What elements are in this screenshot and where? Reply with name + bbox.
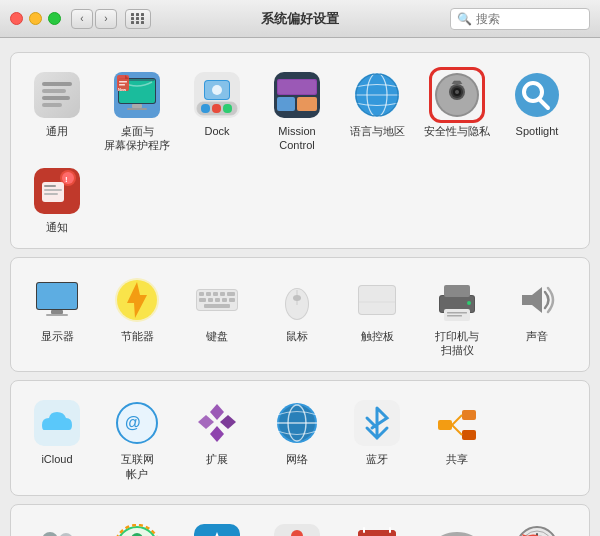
pref-item-trackpad[interactable]: 触控板 [337,268,417,364]
svg-point-82 [467,301,471,305]
back-button[interactable]: ‹ [71,9,93,29]
svg-rect-4 [42,103,62,107]
pref-item-sharing[interactable]: 共享 [417,391,497,487]
svg-rect-93 [438,420,452,430]
pref-item-mission[interactable]: Mission Control [257,63,337,159]
mission-icon [274,72,320,118]
pref-item-network[interactable]: 网络 [257,391,337,487]
pref-item-parental[interactable]: 家长控制 [97,515,177,536]
minimize-button[interactable] [29,12,42,25]
icon-wrap-spotlight [511,69,563,121]
svg-rect-1 [42,82,72,86]
svg-rect-95 [462,430,476,440]
internet-icon: @ [114,400,160,446]
pref-item-timemachine[interactable]: Time Machine [497,515,577,536]
icon-wrap-display [31,274,83,326]
svg-point-39 [515,73,559,117]
general-icon [34,72,80,118]
pref-item-language[interactable]: 语言与地区 [337,63,417,159]
timemachine-icon [514,524,560,536]
svg-rect-25 [277,97,295,111]
main-content: 通用 [0,38,600,536]
forward-button[interactable]: › [95,9,117,29]
svg-point-23 [212,85,222,95]
language-icon [354,72,400,118]
pref-label-bluetooth: 蓝牙 [366,452,388,466]
pref-item-icloud[interactable]: iCloud [17,391,97,487]
pref-item-display[interactable]: 显示器 [17,268,97,364]
titlebar: ‹ › 系统偏好设置 🔍 [0,0,600,38]
icon-wrap-dictation [271,521,323,536]
icon-wrap-keyboard [191,274,243,326]
pref-item-mouse[interactable]: 鼠标 [257,268,337,364]
svg-rect-68 [204,304,230,308]
pref-item-dock[interactable]: Dock [177,63,257,159]
highlight-ring [429,67,485,123]
search-input[interactable] [476,12,583,26]
svg-rect-14 [119,84,125,86]
svg-rect-78 [444,285,470,297]
svg-rect-63 [199,298,206,302]
svg-rect-58 [199,292,204,296]
icon-wrap-timemachine [511,521,563,536]
icon-wrap-general [31,69,83,121]
desktop-icon: New [114,72,160,118]
pref-label-internet: 互联网 帐户 [121,452,154,481]
pref-item-spotlight[interactable]: Spotlight [497,63,577,159]
icon-wrap-internet: @ [111,397,163,449]
pref-item-internet[interactable]: @ 互联网 帐户 [97,391,177,487]
pref-item-bluetooth[interactable]: 蓝牙 [337,391,417,487]
pref-item-users[interactable]: 用户与群组 [17,515,97,536]
icon-wrap-sharing [431,397,483,449]
notify-icon: ! [34,168,80,214]
pref-label-notify: 通知 [46,220,68,234]
apps-grid-button[interactable] [125,9,151,29]
svg-point-72 [293,295,301,301]
pref-item-security[interactable]: 安全性与隐私 [417,63,497,159]
icon-wrap-extensions [191,397,243,449]
section-system-items: 用户与群组 家长控制 [17,515,583,536]
pref-item-general[interactable]: 通用 [17,63,97,159]
icon-wrap-parental [111,521,163,536]
pref-item-keyboard[interactable]: 键盘 [177,268,257,364]
icon-wrap-printer [431,274,483,326]
pref-item-printer[interactable]: 打印机与 扫描仪 [417,268,497,364]
dock-icon [194,72,240,118]
svg-line-97 [452,425,462,435]
pref-item-sound[interactable]: 声音 [497,268,577,364]
icon-wrap-security [431,69,483,121]
pref-item-desktop[interactable]: New 桌面与 屏幕保护程序 [97,63,177,159]
nav-buttons: ‹ › [71,9,117,29]
pref-item-startup[interactable]: 启动磁盘 [417,515,497,536]
svg-rect-94 [462,410,476,420]
pref-item-notify[interactable]: ! 通知 [17,159,97,240]
svg-rect-61 [220,292,225,296]
section-internet-items: iCloud @ 互联网 帐户 [17,391,583,487]
pref-item-energy[interactable]: 节能器 [97,268,177,364]
pref-item-datetime[interactable]: 18 日期与时间 [337,515,417,536]
maximize-button[interactable] [48,12,61,25]
appstore-icon [194,524,240,536]
svg-rect-59 [206,292,211,296]
svg-rect-60 [213,292,218,296]
icon-wrap-dock [191,69,243,121]
search-box[interactable]: 🔍 [450,8,590,30]
close-button[interactable] [10,12,23,25]
pref-label-printer: 打印机与 扫描仪 [435,329,479,358]
pref-item-extensions[interactable]: 扩展 [177,391,257,487]
pref-item-appstore[interactable]: App Store [177,515,257,536]
svg-rect-47 [44,185,56,187]
parental-icon [114,524,160,536]
section-personal-items: 通用 [17,63,583,240]
svg-text:!: ! [65,175,68,184]
svg-rect-13 [119,81,127,83]
pref-label-mouse: 鼠标 [286,329,308,343]
svg-text:New: New [118,87,127,92]
icon-wrap-network [271,397,323,449]
icloud-icon [34,400,80,446]
svg-point-118 [437,532,477,536]
pref-label-extensions: 扩展 [206,452,228,466]
energy-icon [114,277,160,323]
pref-item-dictation[interactable]: 听写与语音 [257,515,337,536]
svg-rect-18 [201,104,210,113]
